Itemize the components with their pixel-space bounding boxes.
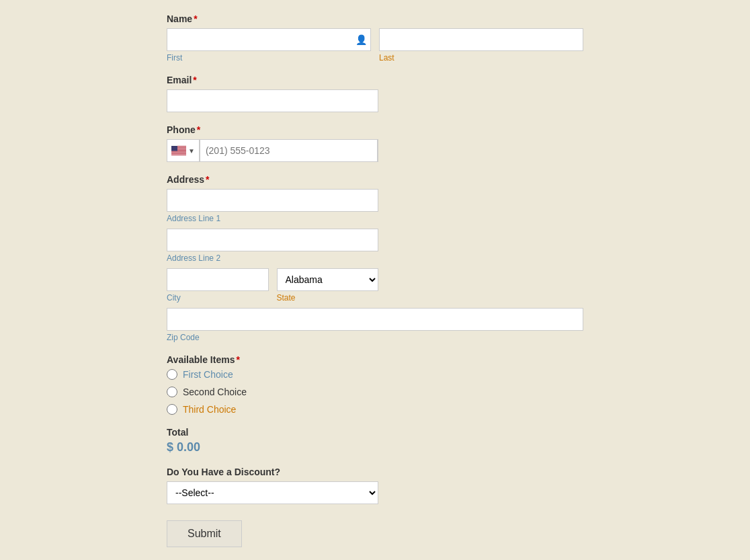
- available-items-group: Available Items* First Choice Second Cho…: [167, 354, 583, 415]
- name-group: Name* 👤 First Last: [167, 13, 583, 63]
- address-line1-label: Address Line 1: [167, 214, 583, 223]
- phone-group: Phone*: [167, 124, 583, 162]
- first-name-input[interactable]: [167, 28, 371, 51]
- name-required-star: *: [194, 13, 197, 24]
- available-items-label-text: Available Items: [167, 354, 235, 365]
- submit-button[interactable]: Submit: [167, 520, 242, 547]
- total-section: Total $ 0.00: [167, 427, 583, 454]
- discount-select[interactable]: --Select--: [167, 481, 378, 504]
- first-name-wrapper: 👤: [167, 28, 371, 51]
- address-line1-input[interactable]: [167, 189, 378, 212]
- last-name-input[interactable]: [379, 28, 583, 51]
- state-field: Alabama Alaska Arizona Arkansas Californ…: [277, 268, 379, 303]
- svg-rect-12: [171, 155, 186, 155]
- zip-label: Zip Code: [167, 333, 583, 342]
- available-items-label: Available Items*: [167, 354, 583, 365]
- phone-label: Phone*: [167, 124, 583, 135]
- name-title: Name: [167, 13, 192, 24]
- city-field: City: [167, 268, 269, 303]
- city-label: City: [167, 293, 269, 303]
- radio-first-label: First Choice: [183, 369, 233, 380]
- available-items-required-star: *: [236, 354, 239, 365]
- svg-rect-9: [171, 153, 186, 153]
- name-row: 👤 First Last: [167, 28, 583, 63]
- phone-label-text: Phone: [167, 124, 196, 135]
- address-line1-group: Address Line 1: [167, 189, 583, 223]
- total-amount: $ 0.00: [167, 440, 583, 454]
- address-line2-input[interactable]: [167, 229, 378, 251]
- discount-label: Do You Have a Discount?: [167, 467, 583, 477]
- form-container: Name* 👤 First Last Email* Phone*: [140, 0, 610, 560]
- city-input[interactable]: [167, 268, 269, 291]
- svg-rect-8: [171, 152, 186, 153]
- phone-wrapper: ▼: [167, 139, 378, 162]
- city-state-row: City Alabama Alaska Arizona Arkansas Cal…: [167, 268, 378, 303]
- radio-item-third[interactable]: Third Choice: [167, 404, 583, 415]
- radio-second[interactable]: [167, 387, 177, 397]
- email-label-text: Email: [167, 75, 192, 85]
- phone-required-star: *: [197, 124, 200, 135]
- last-name-field: Last: [379, 28, 583, 63]
- address-group: Address* Address Line 1 Address Line 2 C…: [167, 174, 583, 342]
- submit-section: Submit: [167, 520, 583, 547]
- state-select[interactable]: Alabama Alaska Arizona Arkansas Californ…: [277, 268, 379, 291]
- radio-third[interactable]: [167, 404, 177, 415]
- email-input[interactable]: [167, 89, 378, 112]
- zip-group: Zip Code: [167, 308, 583, 342]
- email-required-star: *: [193, 75, 196, 85]
- email-group: Email*: [167, 75, 583, 112]
- phone-dropdown-arrow-icon: ▼: [188, 147, 195, 155]
- zip-input[interactable]: [167, 308, 583, 331]
- radio-item-second[interactable]: Second Choice: [167, 387, 583, 397]
- radio-group: First Choice Second Choice Third Choice: [167, 369, 583, 415]
- address-label-text: Address: [167, 174, 204, 185]
- svg-rect-10: [171, 153, 186, 154]
- state-label: State: [277, 293, 379, 303]
- radio-second-label: Second Choice: [183, 387, 247, 397]
- address-line2-group: Address Line 2: [167, 229, 583, 263]
- city-state-inner: City Alabama Alaska Arizona Arkansas Cal…: [167, 268, 378, 303]
- last-name-label: Last: [379, 53, 583, 63]
- svg-rect-13: [171, 146, 177, 151]
- us-flag-icon: [171, 146, 186, 155]
- svg-rect-7: [171, 151, 186, 152]
- svg-rect-11: [171, 154, 186, 155]
- first-name-field: 👤 First: [167, 28, 371, 63]
- radio-third-label: Third Choice: [183, 404, 236, 415]
- discount-section: Do You Have a Discount? --Select--: [167, 467, 583, 504]
- radio-item-first[interactable]: First Choice: [167, 369, 583, 380]
- total-label: Total: [167, 427, 583, 438]
- first-name-label: First: [167, 53, 371, 63]
- address-label: Address*: [167, 174, 583, 185]
- email-label: Email*: [167, 75, 583, 85]
- radio-first[interactable]: [167, 369, 177, 380]
- name-label: Name*: [167, 13, 583, 24]
- phone-input[interactable]: [200, 139, 378, 162]
- address-required-star: *: [206, 174, 209, 185]
- address-line2-label: Address Line 2: [167, 253, 583, 263]
- phone-country-selector[interactable]: ▼: [167, 140, 200, 161]
